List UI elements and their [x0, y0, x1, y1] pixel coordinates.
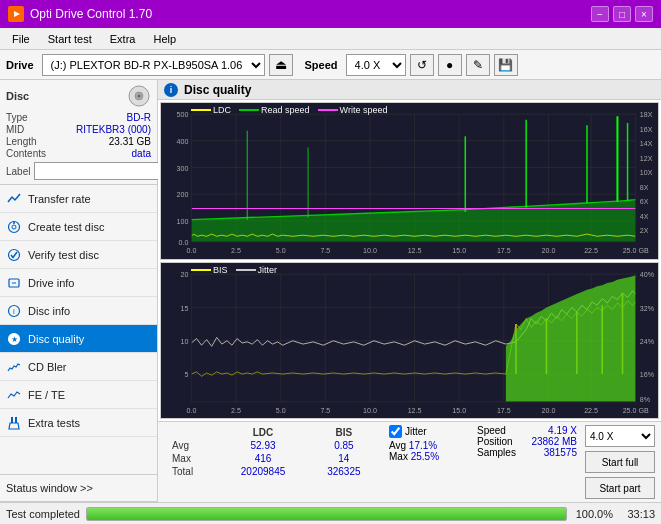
fe-te-label: FE / TE	[28, 389, 65, 401]
disc-label-row: Label 🔍	[6, 162, 151, 180]
disc-info-table: Type BD-R MID RITEKBR3 (000) Length 23.3…	[6, 112, 151, 180]
jitter-avg-label: Avg	[389, 440, 406, 451]
chart-header-title: Disc quality	[184, 83, 251, 97]
upper-chart-legend: LDC Read speed Write speed	[191, 105, 387, 115]
speed-select[interactable]: 4.0 X	[346, 54, 406, 76]
legend-bis-color	[191, 269, 211, 271]
svg-text:5.0: 5.0	[276, 246, 286, 255]
stats-table-area: LDC BIS Avg 52.93 0.85 Max 416	[164, 425, 381, 479]
legend-write-speed-color	[318, 109, 338, 111]
maximize-button[interactable]: □	[613, 6, 631, 22]
legend-read-speed-label: Read speed	[261, 105, 310, 115]
speed-info-value: 4.19 X	[548, 425, 577, 436]
svg-text:12X: 12X	[640, 153, 653, 162]
svg-text:25.0 GB: 25.0 GB	[623, 405, 649, 414]
svg-rect-15	[11, 417, 13, 423]
avg-label: Avg	[166, 440, 217, 451]
jitter-max-value: 25.5%	[411, 451, 439, 462]
sidebar-item-extra-tests[interactable]: Extra tests	[0, 409, 157, 437]
legend-read-speed: Read speed	[239, 105, 310, 115]
legend-write-speed-label: Write speed	[340, 105, 388, 115]
drive-select[interactable]: (J:) PLEXTOR BD-R PX-LB950SA 1.06	[42, 54, 265, 76]
max-bis: 14	[309, 453, 379, 464]
content-area: i Disc quality LDC Read speed	[158, 80, 661, 502]
cd-bler-label: CD Bler	[28, 361, 67, 373]
sidebar-item-disc-quality[interactable]: ★ Disc quality	[0, 325, 157, 353]
disc-quality-icon: ★	[6, 331, 22, 347]
legend-bis: BIS	[191, 265, 228, 275]
menu-start-test[interactable]: Start test	[40, 31, 100, 47]
speed-row: Speed 4.19 X	[477, 425, 577, 436]
contents-label: Contents	[6, 148, 46, 159]
svg-text:25.0 GB: 25.0 GB	[623, 246, 649, 255]
sidebar-item-transfer-rate[interactable]: Transfer rate	[0, 185, 157, 213]
svg-text:2X: 2X	[640, 226, 649, 235]
transfer-rate-icon	[6, 191, 22, 207]
legend-write-speed: Write speed	[318, 105, 388, 115]
minimize-button[interactable]: −	[591, 6, 609, 22]
samples-label: Samples	[477, 447, 516, 458]
sidebar: Disc Type BD-R MID RITEKBR3 (000) Length	[0, 80, 158, 502]
menu-help[interactable]: Help	[145, 31, 184, 47]
app-title: Opti Drive Control 1.70	[30, 7, 152, 21]
start-full-button[interactable]: Start full	[585, 451, 655, 473]
sidebar-item-disc-info[interactable]: i Disc info	[0, 297, 157, 325]
svg-marker-17	[9, 423, 19, 429]
test-speed-select[interactable]: 4.0 X 2.0 X Max	[585, 425, 655, 447]
status-text: Test completed	[6, 508, 80, 520]
svg-text:18X: 18X	[640, 110, 653, 119]
chart-header-icon: i	[164, 83, 178, 97]
menu-extra[interactable]: Extra	[102, 31, 144, 47]
record-button[interactable]: ●	[438, 54, 462, 76]
status-percent: 100.0%	[573, 508, 613, 520]
svg-text:0.0: 0.0	[186, 246, 196, 255]
lower-chart: BIS Jitter	[160, 262, 659, 420]
svg-text:14X: 14X	[640, 139, 653, 148]
sidebar-item-verify-test-disc[interactable]: Verify test disc	[0, 241, 157, 269]
status-window-button[interactable]: Status window >>	[0, 474, 157, 502]
verify-icon	[6, 247, 22, 263]
svg-text:i: i	[13, 307, 15, 316]
mid-label: MID	[6, 124, 24, 135]
svg-text:15.0: 15.0	[452, 246, 466, 255]
eject-button[interactable]: ⏏	[269, 54, 293, 76]
disc-info-icon: i	[6, 303, 22, 319]
svg-text:15.0: 15.0	[452, 405, 466, 414]
title-bar-title-area: Opti Drive Control 1.70	[8, 6, 152, 22]
close-button[interactable]: ×	[635, 6, 653, 22]
save-button[interactable]: 💾	[494, 54, 518, 76]
svg-text:24%: 24%	[640, 336, 655, 345]
progress-bar-container	[86, 507, 567, 521]
legend-jitter: Jitter	[236, 265, 278, 275]
sidebar-item-drive-info[interactable]: Drive info	[0, 269, 157, 297]
speed-info-label: Speed	[477, 425, 506, 436]
max-label: Max	[166, 453, 217, 464]
svg-text:300: 300	[177, 163, 189, 172]
svg-text:400: 400	[177, 137, 189, 146]
start-part-button[interactable]: Start part	[585, 477, 655, 499]
label-input[interactable]	[34, 162, 167, 180]
menu-file[interactable]: File	[4, 31, 38, 47]
svg-text:20.0: 20.0	[542, 246, 556, 255]
status-bar: Test completed 100.0% 33:13	[0, 502, 661, 524]
menu-bar: File Start test Extra Help	[0, 28, 661, 50]
jitter-checkbox[interactable]	[389, 425, 402, 438]
disc-type-row: Type BD-R	[6, 112, 151, 123]
transfer-rate-label: Transfer rate	[28, 193, 91, 205]
svg-text:20.0: 20.0	[542, 405, 556, 414]
sidebar-item-cd-bler[interactable]: CD Bler	[0, 353, 157, 381]
col-empty	[166, 427, 217, 438]
svg-text:40%: 40%	[640, 270, 655, 279]
chart-wrapper: LDC Read speed Write speed	[158, 100, 661, 421]
sidebar-item-create-test-disc[interactable]: Create test disc	[0, 213, 157, 241]
svg-text:32%: 32%	[640, 303, 655, 312]
stats-row-total: Total 20209845 326325	[166, 466, 379, 477]
drive-info-label: Drive info	[28, 277, 74, 289]
edit-button[interactable]: ✎	[466, 54, 490, 76]
lower-chart-svg: 20 15 10 5 40% 32% 24% 16% 8% 0.0 2.5 5.…	[161, 263, 658, 419]
refresh-button[interactable]: ↺	[410, 54, 434, 76]
sidebar-item-fe-te[interactable]: FE / TE	[0, 381, 157, 409]
fe-te-icon	[6, 387, 22, 403]
drive-toolbar: Drive (J:) PLEXTOR BD-R PX-LB950SA 1.06 …	[0, 50, 661, 80]
svg-text:22.5: 22.5	[584, 246, 598, 255]
